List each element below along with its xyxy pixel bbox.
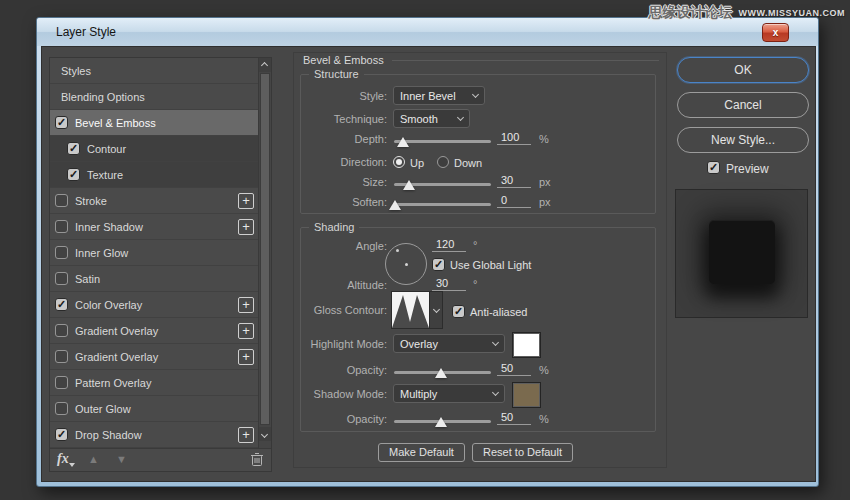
- technique-label: Technique:: [287, 113, 387, 125]
- angle-unit: °: [473, 239, 477, 251]
- size-value-field[interactable]: 30: [497, 174, 531, 188]
- checkbox-unchecked-icon[interactable]: [55, 220, 68, 233]
- add-effect-button[interactable]: [238, 193, 254, 209]
- make-default-button[interactable]: Make Default: [378, 443, 465, 462]
- sidebar-item-gradient-overlay-2[interactable]: Gradient Overlay: [50, 344, 258, 370]
- item-label: Styles: [61, 65, 91, 77]
- shadow-opacity-thumb[interactable]: [435, 417, 447, 427]
- technique-dropdown[interactable]: Smooth: [393, 109, 470, 128]
- scroll-down-button[interactable]: [259, 427, 271, 441]
- add-effect-button[interactable]: [238, 219, 254, 235]
- technique-dropdown-value: Smooth: [400, 113, 455, 125]
- add-effect-button[interactable]: [238, 323, 254, 339]
- depth-slider[interactable]: [394, 140, 491, 143]
- scroll-up-button[interactable]: [259, 58, 271, 72]
- checkbox-unchecked-icon[interactable]: [55, 194, 68, 207]
- sidebar-item-inner-shadow[interactable]: Inner Shadow: [50, 214, 258, 240]
- item-label: Inner Glow: [75, 247, 128, 259]
- sidebar-item-contour[interactable]: Contour: [50, 136, 258, 162]
- sidebar-item-inner-glow[interactable]: Inner Glow: [50, 240, 258, 266]
- direction-down-radio[interactable]: [437, 156, 449, 168]
- fx-menu-button[interactable]: fx: [57, 451, 69, 467]
- add-effect-button[interactable]: [238, 427, 254, 443]
- shadow-mode-dropdown[interactable]: Multiply: [393, 384, 505, 403]
- gloss-contour-thumbnail: [392, 292, 429, 328]
- sidebar-item-styles[interactable]: Styles: [50, 58, 258, 84]
- sidebar-item-drop-shadow[interactable]: Drop Shadow: [50, 422, 258, 448]
- shadow-opacity-value-field[interactable]: 50: [497, 411, 531, 425]
- style-dropdown-value: Inner Bevel: [400, 90, 470, 102]
- add-effect-button[interactable]: [238, 349, 254, 365]
- sidebar-item-outer-glow[interactable]: Outer Glow: [50, 396, 258, 422]
- add-effect-button[interactable]: [238, 297, 254, 313]
- dialog-titlebar[interactable]: Layer Style: [37, 18, 818, 46]
- item-label: Gradient Overlay: [75, 325, 158, 337]
- structure-group-title: Structure: [309, 68, 364, 80]
- size-slider[interactable]: [394, 183, 491, 186]
- move-effect-up-button[interactable]: ▲: [88, 453, 99, 465]
- checkbox-checked-icon[interactable]: [67, 142, 80, 155]
- highlight-opacity-value-field[interactable]: 50: [497, 362, 531, 376]
- gloss-contour-picker[interactable]: [391, 291, 443, 329]
- section-title: Bevel & Emboss: [303, 54, 384, 66]
- checkbox-unchecked-icon[interactable]: [55, 272, 68, 285]
- sidebar-item-blending-options[interactable]: Blending Options: [50, 84, 258, 110]
- item-label: Outer Glow: [75, 403, 131, 415]
- sidebar-item-gradient-overlay-1[interactable]: Gradient Overlay: [50, 318, 258, 344]
- altitude-value-field[interactable]: 30: [432, 277, 466, 291]
- scrollbar-thumb[interactable]: [260, 73, 270, 425]
- style-dropdown[interactable]: Inner Bevel: [393, 86, 485, 105]
- highlight-opacity-slider[interactable]: [394, 371, 491, 374]
- sidebar-item-bevel-emboss[interactable]: Bevel & Emboss: [50, 110, 258, 136]
- reset-to-default-button[interactable]: Reset to Default: [472, 443, 573, 462]
- direction-down-label: Down: [454, 157, 482, 169]
- angle-dial[interactable]: [385, 243, 427, 285]
- sidebar-item-color-overlay[interactable]: Color Overlay: [50, 292, 258, 318]
- shadow-color-swatch[interactable]: [512, 382, 541, 408]
- soften-slider[interactable]: [394, 203, 491, 206]
- new-style-button[interactable]: New Style...: [677, 127, 809, 153]
- anti-aliased-checkbox[interactable]: [452, 305, 465, 318]
- size-unit: px: [539, 176, 551, 188]
- checkbox-checked-icon[interactable]: [55, 428, 68, 441]
- highlight-color-swatch[interactable]: [512, 332, 541, 358]
- highlight-opacity-thumb[interactable]: [435, 368, 447, 378]
- chevron-down-icon: [457, 114, 464, 121]
- checkbox-unchecked-icon[interactable]: [55, 402, 68, 415]
- layer-style-dialog: Layer Style x Styles Blending Options Be…: [36, 17, 819, 487]
- delete-effect-button[interactable]: [250, 452, 264, 469]
- soften-slider-thumb[interactable]: [389, 200, 401, 210]
- highlight-mode-dropdown[interactable]: Overlay: [393, 334, 505, 353]
- sidebar-item-satin[interactable]: Satin: [50, 266, 258, 292]
- checkbox-checked-icon[interactable]: [67, 168, 80, 181]
- close-button[interactable]: x: [762, 23, 789, 42]
- highlight-mode-value: Overlay: [400, 338, 490, 350]
- shadow-opacity-slider[interactable]: [394, 420, 491, 423]
- angle-value-field[interactable]: 120: [432, 238, 466, 252]
- depth-value-field[interactable]: 100: [497, 131, 531, 145]
- ok-button[interactable]: OK: [677, 57, 809, 83]
- checkbox-unchecked-icon[interactable]: [55, 246, 68, 259]
- checkbox-checked-icon[interactable]: [55, 116, 68, 129]
- sidebar-item-stroke[interactable]: Stroke: [50, 188, 258, 214]
- depth-slider-thumb[interactable]: [397, 137, 409, 147]
- checkbox-unchecked-icon[interactable]: [55, 350, 68, 363]
- soften-value-field[interactable]: 0: [497, 194, 531, 208]
- sidebar-item-texture[interactable]: Texture: [50, 162, 258, 188]
- shadow-mode-value: Multiply: [400, 388, 490, 400]
- cancel-button[interactable]: Cancel: [677, 92, 809, 118]
- shadow-opacity-label: Opacity:: [287, 413, 387, 425]
- gloss-contour-dropdown-arrow[interactable]: [429, 292, 442, 328]
- direction-up-radio[interactable]: [393, 156, 405, 168]
- move-effect-down-button[interactable]: ▼: [116, 453, 127, 465]
- checkbox-unchecked-icon[interactable]: [55, 324, 68, 337]
- sidebar-item-pattern-overlay[interactable]: Pattern Overlay: [50, 370, 258, 396]
- altitude-label: Altitude:: [287, 279, 387, 291]
- chevron-down-icon: [492, 339, 499, 346]
- preview-checkbox[interactable]: [707, 161, 720, 174]
- size-slider-thumb[interactable]: [403, 180, 415, 190]
- checkbox-unchecked-icon[interactable]: [55, 376, 68, 389]
- use-global-light-checkbox[interactable]: [432, 258, 445, 271]
- styles-scrollbar[interactable]: [258, 58, 271, 448]
- checkbox-checked-icon[interactable]: [55, 298, 68, 311]
